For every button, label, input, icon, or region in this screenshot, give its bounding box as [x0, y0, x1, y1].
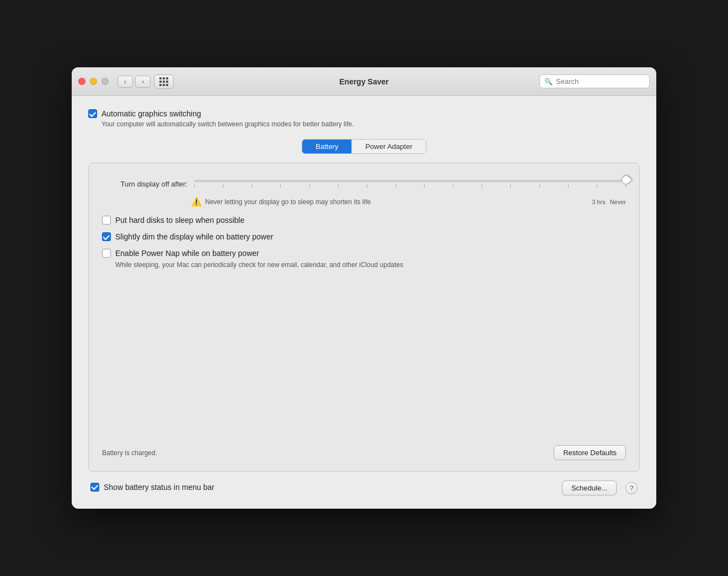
dim-display-checkbox[interactable] — [102, 232, 111, 241]
auto-graphics-description: Your computer will automatically switch … — [101, 120, 640, 128]
warning-text: Never letting your display go to sleep m… — [205, 198, 588, 206]
slider-wrapper[interactable] — [194, 174, 626, 193]
tick — [481, 184, 482, 188]
bottom-right-buttons: Schedule... ? — [562, 481, 638, 495]
power-nap-description: While sleeping, your Mac can periodicall… — [115, 261, 626, 269]
tick — [309, 184, 310, 188]
hard-disks-checkbox[interactable] — [102, 216, 111, 225]
search-box[interactable]: 🔍 — [539, 74, 650, 88]
show-battery-label: Show battery status in menu bar — [104, 483, 215, 492]
bottom-area: Show battery status in menu bar Schedule… — [88, 481, 640, 495]
inner-checkboxes: Put hard disks to sleep when possible Sl… — [102, 216, 626, 269]
grid-view-button[interactable] — [154, 74, 174, 89]
slider-ticks — [194, 182, 626, 188]
tick — [223, 184, 223, 188]
show-battery-row: Show battery status in menu bar — [90, 483, 215, 492]
main-window: ‹ › Energy Saver 🔍 Automatic graphics sw… — [72, 67, 656, 509]
inner-panel-bottom: Battery is charged. Restore Defaults — [102, 445, 626, 460]
power-nap-row: Enable Power Nap while on battery power … — [102, 249, 626, 269]
tick — [568, 184, 569, 188]
window-title: Energy Saver — [339, 77, 389, 86]
traffic-lights — [78, 78, 109, 85]
help-button[interactable]: ? — [625, 482, 638, 494]
schedule-button[interactable]: Schedule... — [562, 481, 617, 495]
tick — [194, 184, 195, 188]
tab-battery[interactable]: Battery — [302, 140, 352, 153]
warning-row: ⚠️ Never letting your display go to slee… — [102, 196, 626, 207]
search-input[interactable] — [556, 77, 645, 86]
dim-display-checkbox-row: Slightly dim the display while on batter… — [102, 232, 626, 241]
tick — [539, 184, 540, 188]
slider-section: Turn display off after: — [102, 174, 626, 193]
show-battery-checkbox[interactable] — [90, 483, 99, 492]
inner-panel: Turn display off after: — [88, 163, 640, 472]
slider-end-labels: 3 hrs Never — [592, 199, 626, 205]
tick — [510, 184, 511, 188]
power-nap-checkbox-row: Enable Power Nap while on battery power — [102, 249, 626, 258]
maximize-button[interactable] — [101, 78, 109, 85]
tab-group: Battery Power Adapter — [88, 139, 640, 154]
slider-thumb-shape — [622, 175, 629, 186]
dim-display-row: Slightly dim the display while on batter… — [102, 232, 626, 243]
tick — [424, 184, 425, 188]
tick — [251, 184, 252, 188]
tick — [395, 184, 396, 188]
power-nap-label: Enable Power Nap while on battery power — [115, 249, 259, 258]
end-label-never: Never — [610, 199, 626, 205]
auto-graphics-checkbox[interactable] — [88, 109, 97, 118]
battery-status: Battery is charged. — [102, 449, 157, 457]
dim-display-label: Slightly dim the display while on batter… — [115, 232, 273, 241]
grid-icon — [159, 77, 168, 86]
tick — [367, 184, 367, 188]
hard-disks-row: Put hard disks to sleep when possible — [102, 216, 626, 227]
tab-container: Battery Power Adapter — [302, 139, 426, 154]
tick — [597, 184, 597, 188]
tick — [280, 184, 281, 188]
end-label-3hrs: 3 hrs — [592, 199, 605, 205]
slider-track — [194, 180, 626, 182]
content-area: Automatic graphics switching Your comput… — [72, 96, 656, 509]
titlebar: ‹ › Energy Saver 🔍 — [72, 67, 656, 96]
auto-graphics-section: Automatic graphics switching Your comput… — [88, 109, 640, 128]
hard-disks-checkbox-row: Put hard disks to sleep when possible — [102, 216, 626, 225]
tick — [338, 184, 339, 188]
back-button[interactable]: ‹ — [117, 76, 133, 88]
minimize-button[interactable] — [90, 78, 97, 85]
auto-graphics-row: Automatic graphics switching — [88, 109, 640, 118]
hard-disks-label: Put hard disks to sleep when possible — [115, 216, 244, 225]
nav-buttons: ‹ › — [117, 76, 151, 88]
power-nap-checkbox[interactable] — [102, 249, 111, 258]
tick — [453, 184, 453, 188]
slider-thumb — [622, 175, 629, 186]
warning-icon: ⚠️ — [191, 196, 202, 207]
auto-graphics-label: Automatic graphics switching — [101, 109, 201, 118]
forward-button[interactable]: › — [135, 76, 151, 88]
tab-power-adapter[interactable]: Power Adapter — [352, 140, 425, 153]
search-icon: 🔍 — [544, 78, 553, 86]
close-button[interactable] — [78, 78, 85, 85]
slider-label: Turn display off after: — [102, 180, 188, 188]
restore-defaults-button[interactable]: Restore Defaults — [554, 445, 626, 460]
